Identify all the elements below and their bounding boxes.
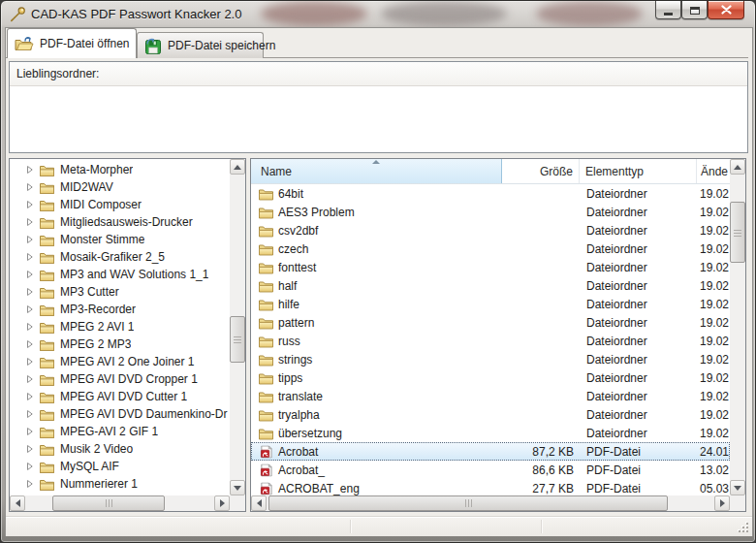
tree-item[interactable]: MPEG AVI DVD Cropper 1 — [10, 370, 230, 388]
scrollbar-thumb[interactable] — [268, 495, 668, 511]
scroll-left-button[interactable] — [251, 495, 267, 511]
folder-icon — [40, 478, 54, 491]
folder-icon — [40, 286, 54, 299]
tree-item[interactable]: MySQL AIF — [10, 458, 230, 475]
close-button[interactable] — [708, 1, 744, 19]
scroll-right-button[interactable] — [714, 495, 730, 511]
cell-name: czech — [278, 242, 308, 256]
tree-item[interactable]: MPEG-AVI 2 GIF 1 — [10, 423, 230, 440]
tree-item-label: Nummerierer 1 — [60, 477, 138, 491]
favorites-listbox[interactable] — [10, 87, 747, 152]
expand-arrow-icon[interactable] — [26, 374, 34, 384]
scrollbar-thumb[interactable] — [730, 202, 745, 263]
expand-arrow-icon[interactable] — [26, 322, 34, 332]
scroll-right-button[interactable] — [214, 495, 230, 511]
file-row[interactable]: tipps Dateiordner 19.02 — [251, 368, 730, 387]
tree-item-label: MP3 Cutter — [60, 285, 119, 299]
minimize-button[interactable] — [655, 1, 681, 19]
file-row[interactable]: AES3 Problem Dateiordner 19.02 — [251, 203, 730, 221]
file-row[interactable]: strings Dateiordner 19.02 — [251, 350, 730, 368]
file-row[interactable]: translate Dateiordner 19.02 — [251, 387, 730, 405]
expand-arrow-icon[interactable] — [26, 409, 34, 419]
tree-item[interactable]: Mitgliedsausweis-Drucker — [10, 213, 230, 231]
file-row[interactable]: übersetzung Dateiordner 19.02 — [251, 424, 730, 442]
tab-pdf-datei-oeffnen[interactable]: PDF-Datei öffnen — [7, 28, 137, 58]
tree-item[interactable]: MID2WAV — [10, 178, 230, 196]
cell-type: PDF-Datei — [580, 461, 697, 479]
tree-item[interactable]: MPEG AVI 2 One Joiner 1 — [10, 353, 230, 370]
expand-arrow-icon[interactable] — [26, 479, 34, 489]
expand-arrow-icon[interactable] — [26, 235, 34, 244]
file-row[interactable]: hilfe Dateiordner 19.02 — [251, 295, 730, 313]
expand-arrow-icon[interactable] — [26, 252, 34, 262]
file-row[interactable]: fonttest Dateiordner 19.02 — [251, 258, 730, 276]
file-row[interactable]: pattern Dateiordner 19.02 — [251, 313, 730, 332]
scroll-left-button[interactable] — [10, 495, 25, 511]
file-row[interactable]: half Dateiordner 19.02 — [251, 276, 730, 295]
tree-horizontal-scrollbar[interactable] — [10, 495, 230, 511]
file-row[interactable]: ACROBAT_eng 27,7 KB PDF-Datei 05.03 — [251, 479, 730, 495]
file-row[interactable]: csv2dbf Dateiordner 19.02 — [251, 221, 730, 240]
tree-item[interactable]: MP3-Recorder — [10, 301, 230, 318]
cell-date: 19.02 — [697, 203, 730, 221]
arrow-down-icon — [234, 486, 241, 491]
expand-arrow-icon[interactable] — [26, 462, 34, 471]
tree-item[interactable]: Nummerierer 1 — [10, 475, 230, 493]
file-row[interactable]: czech Dateiordner 19.02 — [251, 240, 730, 258]
expand-arrow-icon[interactable] — [26, 287, 34, 297]
tree-item[interactable]: MPEG AVI DVD Cutter 1 — [10, 388, 230, 405]
scroll-up-button[interactable] — [230, 159, 245, 175]
expand-arrow-icon[interactable] — [26, 444, 34, 454]
scrollbar-thumb[interactable] — [230, 316, 245, 363]
column-header-aenderungsdatum[interactable]: Ände — [697, 159, 730, 183]
file-row[interactable]: Acrobat_ 86,6 KB PDF-Datei 13.02 — [251, 461, 730, 479]
cell-size: 86,6 KB — [502, 461, 580, 479]
file-horizontal-scrollbar[interactable] — [251, 495, 730, 511]
tree-item[interactable]: Monster Stimme — [10, 231, 230, 248]
expand-arrow-icon[interactable] — [26, 339, 34, 349]
tree-item[interactable]: Mosaik-Grafiker 2_5 — [10, 248, 230, 266]
column-header-name[interactable]: Name — [251, 159, 502, 183]
column-header-elementtyp[interactable]: Elementtyp — [580, 159, 697, 183]
tab-pdf-datei-speichern[interactable]: PDF-Datei speichern — [137, 32, 264, 58]
tree-vertical-scrollbar[interactable] — [230, 159, 245, 495]
cell-name: strings — [278, 353, 312, 367]
tree-item-label: Meta-Morpher — [60, 163, 133, 176]
expand-arrow-icon[interactable] — [26, 304, 34, 314]
tree-item[interactable]: MP3 Cutter — [10, 283, 230, 301]
tree-item-label: MP3-Recorder — [60, 303, 136, 316]
maximize-button[interactable] — [681, 1, 708, 19]
expand-arrow-icon[interactable] — [26, 270, 34, 279]
tree-item[interactable]: MPEG 2 AVI 1 — [10, 318, 230, 335]
scroll-down-button[interactable] — [230, 480, 245, 495]
scrollbar-thumb[interactable] — [52, 495, 165, 511]
status-bar-divider — [541, 520, 542, 533]
folder-icon — [259, 390, 273, 403]
thumb-grip — [234, 335, 241, 343]
title-bar[interactable]: CAD-KAS PDF Passwort Knacker 2.0 — [1, 1, 755, 27]
tree-item[interactable]: MPEG 2 MP3 — [10, 335, 230, 353]
expand-arrow-icon[interactable] — [26, 427, 34, 436]
expand-arrow-icon[interactable] — [26, 357, 34, 367]
resize-grip[interactable] — [737, 521, 748, 532]
tree-item[interactable]: Musik 2 Video — [10, 440, 230, 458]
file-vertical-scrollbar[interactable] — [730, 159, 745, 495]
expand-arrow-icon[interactable] — [26, 182, 34, 192]
folder-icon — [259, 187, 273, 201]
column-header-groesse[interactable]: Größe — [502, 159, 580, 183]
file-row[interactable]: russ Dateiordner 19.02 — [251, 332, 730, 350]
tree-item[interactable]: MPEG AVI DVD Daumenkino-Dr — [10, 405, 230, 423]
expand-arrow-icon[interactable] — [26, 217, 34, 227]
scroll-up-button[interactable] — [730, 159, 745, 175]
file-row[interactable]: 64bit Dateiordner 19.02 — [251, 184, 730, 203]
file-row[interactable]: Acrobat 87,2 KB PDF-Datei 24.01 — [251, 442, 730, 461]
expand-arrow-icon[interactable] — [26, 392, 34, 401]
expand-arrow-icon[interactable] — [26, 165, 34, 175]
tree-item[interactable]: Meta-Morpher — [10, 161, 230, 178]
file-row[interactable]: tryalpha Dateiordner 19.02 — [251, 405, 730, 424]
tree-item[interactable]: MP3 and WAV Solutions 1_1 — [10, 266, 230, 283]
expand-arrow-icon[interactable] — [26, 200, 34, 209]
folder-icon — [40, 234, 54, 246]
scroll-down-button[interactable] — [730, 480, 745, 495]
tree-item[interactable]: MIDI Composer — [10, 196, 230, 213]
